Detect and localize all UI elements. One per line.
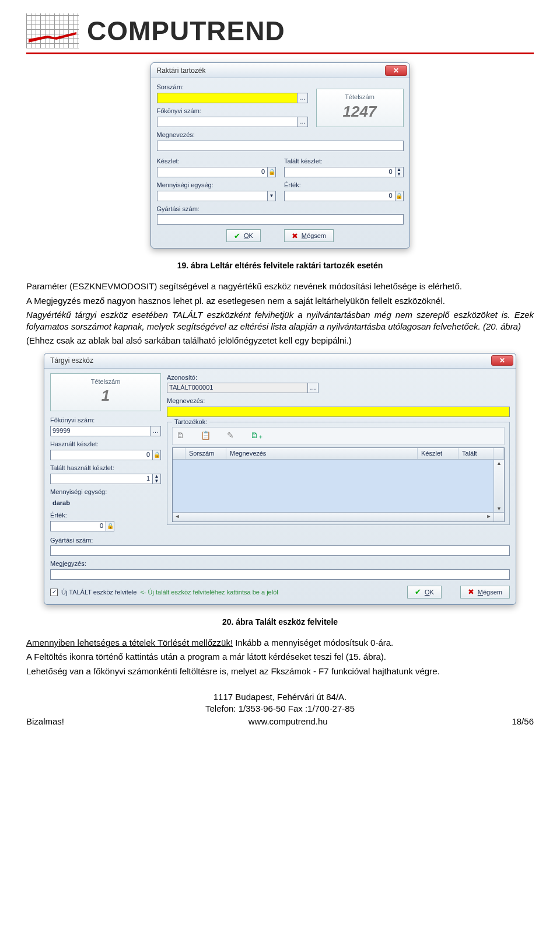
- hasznalt-input[interactable]: 0: [50, 450, 153, 460]
- grid-header: Sorszám Megnevezés Készlet Talált: [173, 448, 504, 460]
- ok-button[interactable]: ✔ OOKK: [226, 229, 261, 242]
- tetelszam-box: Tételszám 1: [50, 373, 161, 412]
- tetelszam-label: Tételszám: [326, 93, 394, 102]
- gyartasi-label: Gyártási szám:: [157, 205, 404, 214]
- edit-icon[interactable]: ✎: [227, 430, 234, 441]
- tartozekok-toolbar: 🗎 📋 ✎ 🗎₊: [172, 427, 505, 445]
- talalt-keszlet-label: Talált készlet:: [284, 157, 404, 166]
- brand-name: COMPUTREND: [87, 13, 285, 49]
- footer-telephone: Telefon: 1/353-96-50 Fax :1/700-27-85: [26, 703, 534, 715]
- grid-col-sorszam: Sorszám: [186, 448, 226, 459]
- footer-confidential: Bizalmas!: [26, 716, 64, 727]
- gyartasi-input[interactable]: [157, 214, 404, 225]
- titlebar: Raktári tartozék ✕: [151, 63, 410, 78]
- tartozekok-grid[interactable]: Sorszám Megnevezés Készlet Talált ▲▼: [172, 447, 505, 522]
- add-icon[interactable]: 🗎₊: [250, 430, 262, 441]
- paragraph-italic: Nagyértékű tárgyi eszköz esetében TALÁLT…: [26, 309, 534, 333]
- grid-col-blank: [173, 448, 186, 459]
- cancel-label: MégsemMégsem: [302, 232, 326, 240]
- lock-icon: 🔒: [268, 167, 276, 177]
- gyartasi-label: Gyártási szám:: [50, 536, 510, 545]
- keszlet-label: Készlet:: [157, 157, 276, 166]
- copy-icon[interactable]: 📋: [201, 430, 211, 441]
- fokonyvi-browse-button[interactable]: …: [298, 117, 308, 127]
- ertek-label: Érték:: [284, 181, 404, 190]
- menny-value: darab: [50, 498, 161, 511]
- sorszam-input[interactable]: [157, 93, 298, 103]
- footer-url: www.computrend.hu: [249, 716, 328, 727]
- uj-talalt-hint: <- Új talált eszköz felviteléhez kattint…: [140, 588, 278, 597]
- tetelszam-value: 1247: [326, 102, 394, 122]
- lock-icon: 🔒: [153, 450, 161, 460]
- cancel-button[interactable]: ✖ MégsemMégsem: [284, 229, 334, 242]
- fokonyvi-browse-button[interactable]: …: [150, 426, 161, 436]
- sorszam-label: Sorszám:: [157, 83, 308, 92]
- megnevezes-input[interactable]: [167, 407, 510, 417]
- cancel-label: MégsemMégsem: [478, 588, 502, 597]
- new-doc-icon[interactable]: 🗎: [176, 430, 184, 441]
- megnevezes-label: Megnevezés:: [167, 397, 510, 405]
- megnevezes-input[interactable]: [157, 141, 404, 151]
- paragraph: Paraméter (ESZKNEVMODOSIT) segítségével …: [26, 281, 534, 292]
- close-button[interactable]: ✕: [385, 65, 407, 76]
- window-title: Raktári tartozék: [157, 66, 206, 75]
- ok-button[interactable]: ✔ OKOK: [407, 586, 442, 598]
- megjegyzes-input[interactable]: [50, 569, 510, 580]
- tartozekok-fieldset: Tartozékok: 🗎 📋 ✎ 🗎₊ Sorszám Megnevezé: [167, 422, 510, 525]
- underlined-text: Amennyiben lehetséges a tételek Törlését…: [26, 638, 233, 648]
- dialog-targyi-eszkoz: Tárgyi eszköz ✕ Tételszám 1 Főkönyvi szá…: [44, 353, 516, 606]
- uj-talalt-checkbox[interactable]: ✓: [50, 589, 58, 596]
- megnevezes-label: Megnevezés:: [157, 131, 404, 139]
- menny-label: Mennyiségi egység:: [157, 181, 276, 190]
- grid-col-talalt: Talált: [459, 448, 494, 459]
- grid-col-scroll: [494, 448, 504, 459]
- talalt-hasznalt-input[interactable]: 1: [50, 474, 153, 484]
- ok-label: OKOK: [425, 588, 434, 597]
- talalt-hasznalt-spinner[interactable]: ▲▼: [153, 474, 161, 484]
- close-button[interactable]: ✕: [491, 355, 513, 366]
- megjegyzes-label: Megjegyzés:: [50, 559, 510, 568]
- azonosito-input[interactable]: TALÁLT000001: [167, 383, 308, 393]
- window-title: Tárgyi eszköz: [50, 356, 93, 365]
- ertek-input[interactable]: 0: [50, 521, 106, 531]
- cancel-icon: ✖: [468, 587, 474, 597]
- ertek-input[interactable]: 0: [284, 191, 396, 201]
- fokonyvi-input[interactable]: 99999: [50, 426, 150, 436]
- logo-icon: [26, 13, 79, 48]
- horizontal-scrollbar[interactable]: ◄►: [173, 512, 504, 522]
- grid-col-megnevezes: Megnevezés: [226, 448, 418, 459]
- azonosito-browse-button[interactable]: …: [308, 383, 318, 393]
- page-footer: 1117 Budapest, Fehérvári út 84/A. Telefo…: [26, 691, 534, 728]
- azonosito-label: Azonosító:: [167, 373, 510, 382]
- footer-page-number: 18/56: [512, 716, 534, 727]
- menny-label: Mennyiségi egység:: [50, 488, 161, 496]
- titlebar: Tárgyi eszköz ✕: [44, 354, 516, 369]
- menny-dropdown-icon[interactable]: ▼: [268, 191, 276, 201]
- keszlet-input[interactable]: 0: [157, 167, 268, 177]
- grid-col-keszlet: Készlet: [418, 448, 459, 459]
- tetelszam-value: 1: [60, 386, 151, 406]
- fokonyvi-label: Főkönyvi szám:: [50, 416, 161, 425]
- fokonyvi-label: Főkönyvi szám:: [157, 107, 308, 116]
- dialog-raktari-tartozek: Raktári tartozék ✕ Sorszám: … Főkönyvi s…: [150, 62, 410, 249]
- paragraph: (Ehhez csak az ablak bal alsó sarkában t…: [26, 335, 534, 346]
- cancel-button[interactable]: ✖ MégsemMégsem: [460, 586, 510, 598]
- tartozekok-label: Tartozékok:: [172, 418, 209, 426]
- paragraph: Lehetőség van a főkönyvi számonkénti fel…: [26, 666, 534, 677]
- footer-address: 1117 Budapest, Fehérvári út 84/A.: [26, 691, 534, 703]
- talalt-keszlet-spinner[interactable]: ▲▼: [396, 167, 404, 177]
- menny-input[interactable]: [157, 191, 268, 201]
- gyartasi-input[interactable]: [50, 545, 510, 556]
- header-divider: [26, 52, 534, 54]
- talalt-keszlet-input[interactable]: 0: [284, 167, 396, 177]
- vertical-scrollbar[interactable]: ▲▼: [494, 460, 504, 512]
- figure-caption-19: 19. ábra Leltár eltérés felvitele raktár…: [26, 260, 534, 271]
- sorszam-browse-button[interactable]: …: [298, 93, 308, 103]
- tetelszam-box: Tételszám 1247: [316, 89, 404, 127]
- close-icon: ✕: [393, 67, 399, 74]
- paragraph: Amennyiben lehetséges a tételek Törlését…: [26, 637, 534, 649]
- hasznalt-label: Használt készlet:: [50, 440, 161, 449]
- close-icon: ✕: [499, 357, 505, 364]
- talalt-hasznalt-label: Talált használt készlet:: [50, 464, 161, 473]
- fokonyvi-input[interactable]: [157, 117, 298, 127]
